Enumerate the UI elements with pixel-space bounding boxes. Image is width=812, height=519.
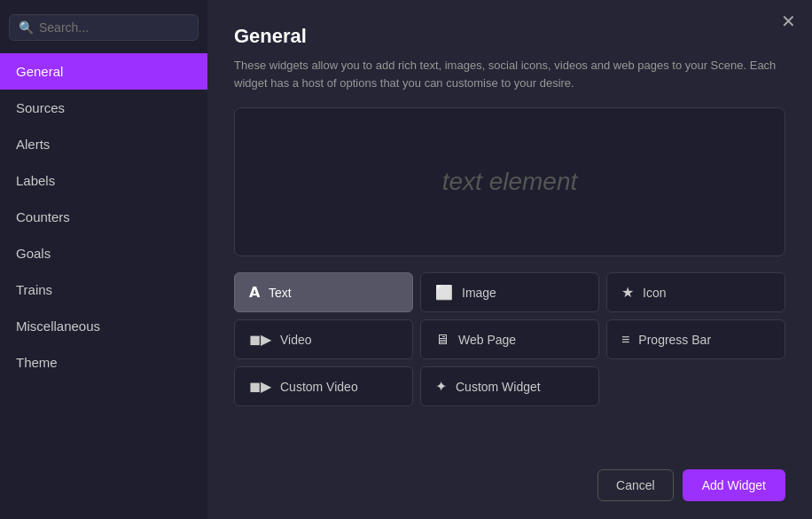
sidebar-item-counters[interactable]: Counters	[0, 199, 207, 235]
webpage-icon: 🖥	[435, 332, 449, 348]
add-widget-button[interactable]: Add Widget	[683, 469, 785, 501]
progressbar-icon: ≡	[621, 332, 629, 348]
widget-video-button[interactable]: ◼▶ Video	[234, 319, 413, 359]
main-content: ✕ General These widgets allow you to add…	[207, 0, 812, 519]
sidebar-item-general[interactable]: General	[0, 53, 207, 90]
widget-progressbar-button[interactable]: ≡ Progress Bar	[606, 319, 785, 359]
preview-area: text element	[234, 107, 785, 256]
widget-image-button[interactable]: ⬜ Image	[420, 272, 599, 312]
page-description: These widgets allow you to add rich text…	[234, 57, 784, 91]
customvideo-icon: ◼▶	[249, 378, 271, 395]
video-icon: ◼▶	[249, 331, 271, 348]
widget-customwidget-button[interactable]: ✦ Custom Widget	[420, 366, 599, 406]
widget-customvideo-button[interactable]: ◼▶ Custom Video	[234, 366, 413, 406]
image-icon: ⬜	[435, 284, 453, 301]
sidebar-item-trains[interactable]: Trains	[0, 271, 207, 308]
empty-cell	[606, 366, 785, 406]
actions-bar: Cancel Add Widget	[234, 469, 785, 501]
widget-grid: 𝗔 Text ⬜ Image ★ Icon ◼▶ Video 🖥 Web Pag…	[234, 272, 785, 406]
text-icon: 𝗔	[249, 284, 260, 301]
sidebar-item-labels[interactable]: Labels	[0, 162, 207, 199]
page-title: General	[234, 25, 785, 48]
sidebar-item-alerts[interactable]: Alerts	[0, 126, 207, 162]
search-icon: 🔍	[19, 20, 34, 35]
preview-text: text element	[442, 168, 578, 196]
widget-text-button[interactable]: 𝗔 Text	[234, 272, 413, 312]
sidebar: 🔍 General Sources Alerts Labels Counters…	[0, 0, 207, 519]
sidebar-item-theme[interactable]: Theme	[0, 344, 207, 381]
sidebar-item-miscellaneous[interactable]: Miscellaneous	[0, 308, 207, 344]
widget-webpage-button[interactable]: 🖥 Web Page	[420, 319, 599, 359]
search-input[interactable]	[39, 20, 189, 35]
sidebar-item-goals[interactable]: Goals	[0, 235, 207, 271]
star-icon: ★	[621, 284, 634, 301]
cancel-button[interactable]: Cancel	[597, 469, 674, 501]
sidebar-item-sources[interactable]: Sources	[0, 90, 207, 126]
widget-icon-button[interactable]: ★ Icon	[606, 272, 785, 312]
close-button[interactable]: ✕	[781, 12, 796, 30]
customwidget-icon: ✦	[435, 378, 447, 395]
search-box[interactable]: 🔍	[9, 14, 199, 41]
